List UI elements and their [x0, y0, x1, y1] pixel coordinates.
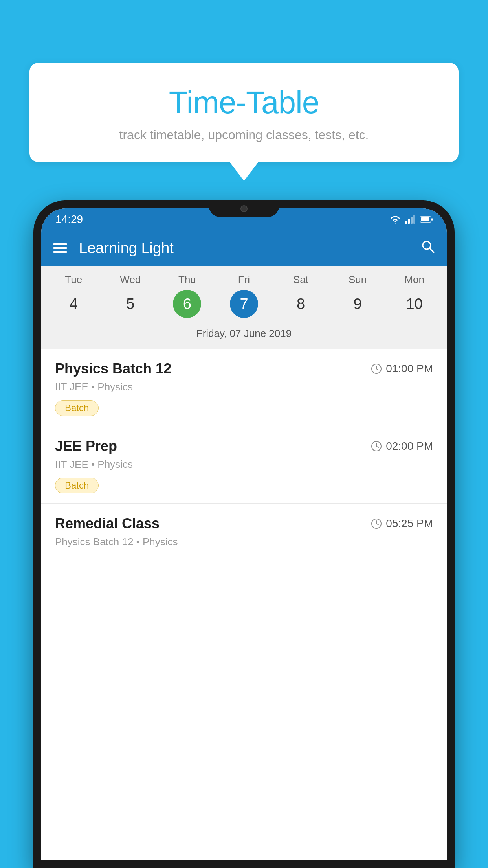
schedule-item[interactable]: Remedial Class05:25 PMPhysics Batch 12 •… — [41, 504, 447, 565]
schedule-time: 05:25 PM — [371, 517, 433, 530]
day-label: Wed — [120, 274, 141, 286]
day-label: Fri — [238, 274, 250, 286]
day-number[interactable]: 6 — [173, 290, 201, 318]
schedule-item-header: Physics Batch 1201:00 PM — [55, 360, 433, 377]
day-column-8[interactable]: Sat8 — [275, 274, 327, 318]
svg-rect-2 — [411, 217, 413, 224]
day-label: Thu — [178, 274, 196, 286]
app-bar-left: Learning Light — [53, 240, 174, 257]
camera-dot — [240, 205, 248, 212]
day-column-5[interactable]: Wed5 — [105, 274, 156, 318]
wifi-icon — [389, 215, 401, 224]
clock-icon — [371, 441, 382, 452]
batch-tag: Batch — [55, 400, 99, 416]
battery-icon — [420, 216, 433, 223]
phone-screen: 14:29 — [41, 208, 447, 860]
svg-rect-5 — [421, 217, 429, 221]
day-column-4[interactable]: Tue4 — [48, 274, 99, 318]
day-number[interactable]: 7 — [230, 290, 258, 318]
day-label: Sat — [293, 274, 308, 286]
day-column-10[interactable]: Mon10 — [389, 274, 440, 318]
app-title: Learning Light — [79, 240, 174, 257]
calendar-strip: Tue4Wed5Thu6Fri7Sat8Sun9Mon10 Friday, 07… — [41, 266, 447, 349]
svg-rect-1 — [408, 219, 410, 224]
phone-notch — [209, 200, 279, 217]
signal-icon — [405, 215, 416, 224]
schedule-title: Physics Batch 12 — [55, 360, 171, 377]
search-icon[interactable] — [421, 239, 435, 257]
hamburger-menu-icon[interactable] — [53, 243, 67, 253]
svg-line-11 — [376, 369, 378, 370]
day-number[interactable]: 10 — [400, 290, 429, 318]
day-number[interactable]: 9 — [343, 290, 372, 318]
svg-rect-6 — [431, 218, 433, 221]
clock-icon — [371, 363, 382, 374]
schedule-meta: IIT JEE • Physics — [55, 381, 433, 393]
schedule-meta: IIT JEE • Physics — [55, 458, 433, 471]
app-bar: Learning Light — [41, 230, 447, 266]
speech-bubble-container: Time-Table track timetable, upcoming cla… — [29, 63, 459, 162]
schedule-title: JEE Prep — [55, 438, 117, 454]
day-number[interactable]: 8 — [287, 290, 315, 318]
schedule-time: 01:00 PM — [371, 362, 433, 375]
schedule-item-header: Remedial Class05:25 PM — [55, 515, 433, 532]
day-number[interactable]: 4 — [59, 290, 88, 318]
day-label: Sun — [349, 274, 367, 286]
speech-bubble: Time-Table track timetable, upcoming cla… — [29, 63, 459, 162]
batch-tag: Batch — [55, 478, 99, 493]
status-time: 14:29 — [55, 213, 83, 226]
day-column-9[interactable]: Sun9 — [332, 274, 383, 318]
schedule-title: Remedial Class — [55, 515, 160, 532]
day-label: Tue — [65, 274, 82, 286]
day-column-6[interactable]: Thu6 — [161, 274, 213, 318]
clock-icon — [371, 518, 382, 529]
speech-bubble-subtitle: track timetable, upcoming classes, tests… — [53, 128, 435, 142]
phone-frame: 14:29 — [33, 200, 455, 868]
schedule-meta: Physics Batch 12 • Physics — [55, 536, 433, 548]
schedule-item[interactable]: JEE Prep02:00 PMIIT JEE • PhysicsBatch — [41, 426, 447, 504]
status-icons — [389, 215, 433, 224]
speech-bubble-title: Time-Table — [53, 85, 435, 121]
schedule-item[interactable]: Physics Batch 1201:00 PMIIT JEE • Physic… — [41, 349, 447, 426]
svg-rect-0 — [405, 221, 407, 224]
day-number[interactable]: 5 — [116, 290, 145, 318]
day-label: Mon — [404, 274, 424, 286]
svg-line-14 — [376, 446, 378, 447]
days-row: Tue4Wed5Thu6Fri7Sat8Sun9Mon10 — [41, 274, 447, 318]
svg-line-8 — [430, 248, 434, 252]
schedule-item-header: JEE Prep02:00 PM — [55, 438, 433, 454]
selected-date-label: Friday, 07 June 2019 — [41, 322, 447, 347]
schedule-list: Physics Batch 1201:00 PMIIT JEE • Physic… — [41, 349, 447, 860]
schedule-time: 02:00 PM — [371, 440, 433, 452]
day-column-7[interactable]: Fri7 — [218, 274, 270, 318]
svg-line-17 — [376, 524, 378, 525]
svg-rect-3 — [413, 215, 415, 224]
